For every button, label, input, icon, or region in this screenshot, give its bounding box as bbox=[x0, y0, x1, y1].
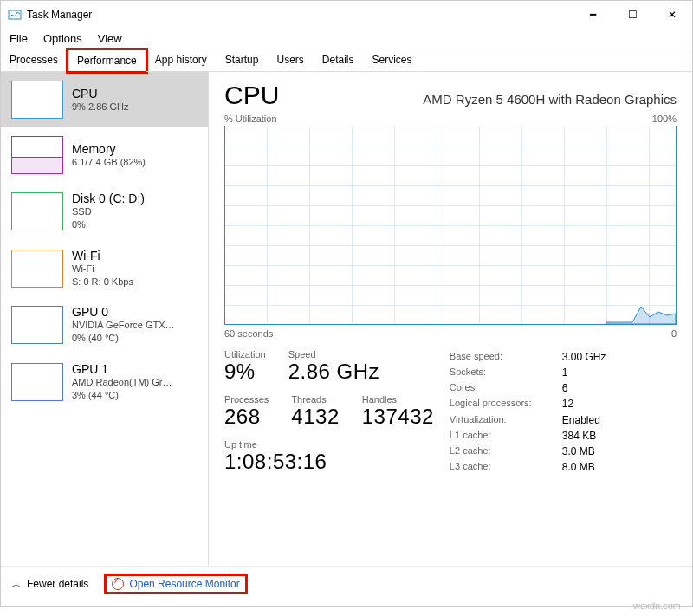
v-lp: 12 bbox=[562, 398, 631, 411]
v-cores: 6 bbox=[562, 382, 631, 395]
sidebar-gpu0-sub1: NVIDIA GeForce GTX… bbox=[72, 319, 175, 332]
axis-top-left: % Utilization bbox=[224, 113, 277, 124]
wifi-thumb-icon bbox=[11, 250, 63, 288]
minimize-button[interactable]: ━ bbox=[573, 1, 612, 29]
axis-bot-left: 60 seconds bbox=[224, 328, 273, 339]
axis-top-right: 100% bbox=[652, 113, 677, 124]
chevron-up-icon: ︿ bbox=[11, 577, 22, 592]
performance-sidebar: CPU 9% 2.86 GHz Memory 6.1/7.4 GB (82%) … bbox=[1, 72, 209, 566]
label-utilization: Utilization bbox=[224, 349, 266, 360]
k-l2: L2 cache: bbox=[450, 445, 562, 458]
axis-bot-right: 0 bbox=[671, 328, 677, 339]
k-virt: Virtualization: bbox=[450, 414, 562, 427]
maximize-button[interactable]: ☐ bbox=[612, 1, 652, 29]
cpu-properties: Base speed:3.00 GHz Sockets:1 Cores:6 Lo… bbox=[450, 351, 631, 474]
sidebar-item-memory[interactable]: Memory 6.1/7.4 GB (82%) bbox=[1, 127, 208, 183]
sidebar-gpu0-sub2: 0% (40 °C) bbox=[72, 332, 175, 345]
v-l2: 3.0 MB bbox=[562, 445, 631, 458]
label-threads: Threads bbox=[291, 394, 339, 405]
tab-strip: Processes Performance App history Startu… bbox=[1, 49, 692, 72]
sidebar-mem-name: Memory bbox=[72, 142, 146, 156]
k-l3: L3 cache: bbox=[450, 461, 562, 474]
fewer-details-button[interactable]: ︿ Fewer details bbox=[11, 577, 88, 592]
value-handles: 137432 bbox=[362, 405, 434, 429]
sidebar-item-disk[interactable]: Disk 0 (C: D:) SSD 0% bbox=[1, 183, 208, 240]
sidebar-disk-sub1: SSD bbox=[72, 205, 145, 218]
k-lp: Logical processors: bbox=[450, 398, 562, 411]
disk-thumb-icon bbox=[11, 192, 63, 230]
open-resource-monitor-label: Open Resource Monitor bbox=[129, 578, 239, 590]
watermark: wsxdn.com bbox=[633, 600, 681, 607]
app-icon bbox=[8, 8, 22, 22]
sidebar-item-gpu0[interactable]: GPU 0 NVIDIA GeForce GTX… 0% (40 °C) bbox=[1, 296, 208, 353]
sidebar-wifi-sub2: S: 0 R: 0 Kbps bbox=[72, 276, 133, 289]
close-button[interactable]: ✕ bbox=[652, 1, 692, 29]
sidebar-cpu-name: CPU bbox=[72, 87, 128, 101]
main-panel: CPU AMD Ryzen 5 4600H with Radeon Graphi… bbox=[209, 72, 692, 566]
window-titlebar: Task Manager ━ ☐ ✕ bbox=[1, 1, 692, 29]
k-sockets: Sockets: bbox=[450, 366, 562, 379]
label-speed: Speed bbox=[288, 349, 379, 360]
value-uptime: 1:08:53:16 bbox=[224, 450, 434, 474]
cpu-thumb-icon bbox=[11, 81, 63, 119]
sidebar-gpu0-name: GPU 0 bbox=[72, 305, 175, 319]
k-base-speed: Base speed: bbox=[450, 351, 562, 364]
sidebar-gpu1-sub1: AMD Radeon(TM) Gr… bbox=[72, 376, 172, 389]
window-title: Task Manager bbox=[27, 9, 573, 21]
sidebar-item-wifi[interactable]: Wi-Fi Wi-Fi S: 0 R: 0 Kbps bbox=[1, 240, 208, 297]
tab-startup[interactable]: Startup bbox=[217, 49, 269, 72]
menu-view[interactable]: View bbox=[98, 32, 122, 45]
tab-performance[interactable]: Performance bbox=[68, 49, 146, 72]
gpu1-thumb-icon bbox=[11, 363, 63, 401]
sidebar-item-cpu[interactable]: CPU 9% 2.86 GHz bbox=[1, 72, 208, 127]
tab-app-history[interactable]: App history bbox=[146, 49, 217, 72]
label-uptime: Up time bbox=[224, 439, 434, 450]
sidebar-disk-name: Disk 0 (C: D:) bbox=[72, 191, 145, 205]
sidebar-item-gpu1[interactable]: GPU 1 AMD Radeon(TM) Gr… 3% (44 °C) bbox=[1, 353, 208, 411]
v-virt: Enabled bbox=[562, 414, 631, 427]
cpu-model: AMD Ryzen 5 4600H with Radeon Graphics bbox=[423, 92, 677, 107]
value-threads: 4132 bbox=[291, 405, 339, 429]
sidebar-disk-sub2: 0% bbox=[72, 218, 145, 231]
value-processes: 268 bbox=[224, 405, 269, 429]
sidebar-gpu1-sub2: 3% (44 °C) bbox=[72, 389, 172, 402]
sidebar-mem-sub: 6.1/7.4 GB (82%) bbox=[72, 156, 146, 169]
svg-rect-0 bbox=[9, 10, 21, 19]
open-resource-monitor-link[interactable]: Open Resource Monitor bbox=[112, 578, 239, 590]
v-l1: 384 KB bbox=[562, 430, 631, 443]
footer-bar: ︿ Fewer details Open Resource Monitor ws… bbox=[1, 566, 692, 606]
menu-options[interactable]: Options bbox=[43, 32, 82, 45]
tab-processes[interactable]: Processes bbox=[1, 49, 68, 72]
v-l3: 8.0 MB bbox=[562, 461, 631, 474]
k-cores: Cores: bbox=[450, 382, 562, 395]
value-speed: 2.86 GHz bbox=[288, 360, 379, 384]
resource-monitor-icon bbox=[112, 578, 124, 590]
v-base-speed: 3.00 GHz bbox=[562, 351, 631, 364]
menu-file[interactable]: File bbox=[10, 32, 28, 45]
page-title: CPU bbox=[224, 81, 279, 110]
sidebar-wifi-sub1: Wi-Fi bbox=[72, 263, 133, 276]
v-sockets: 1 bbox=[562, 366, 631, 379]
k-l1: L1 cache: bbox=[450, 430, 562, 443]
cpu-utilization-chart[interactable] bbox=[224, 126, 677, 325]
label-processes: Processes bbox=[224, 394, 269, 405]
sidebar-wifi-name: Wi-Fi bbox=[72, 249, 133, 263]
value-utilization: 9% bbox=[224, 360, 266, 384]
memory-thumb-icon bbox=[11, 136, 63, 174]
label-handles: Handles bbox=[362, 394, 434, 405]
menu-bar: File Options View bbox=[1, 29, 692, 49]
tab-users[interactable]: Users bbox=[268, 49, 313, 72]
sidebar-gpu1-name: GPU 1 bbox=[72, 362, 172, 376]
cpu-sparkline-icon bbox=[606, 289, 676, 324]
gpu0-thumb-icon bbox=[11, 306, 63, 344]
fewer-details-label: Fewer details bbox=[27, 578, 88, 590]
sidebar-cpu-sub: 9% 2.86 GHz bbox=[72, 101, 128, 113]
tab-details[interactable]: Details bbox=[314, 49, 364, 72]
tab-services[interactable]: Services bbox=[364, 49, 422, 72]
